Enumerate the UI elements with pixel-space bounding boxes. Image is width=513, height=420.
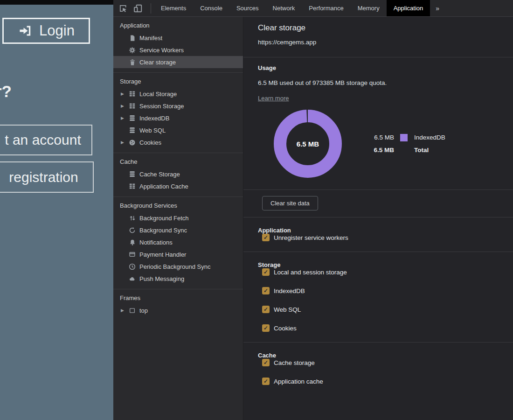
- sidebar-item-background-fetch[interactable]: Background Fetch: [113, 212, 243, 224]
- expand-triangle-icon[interactable]: ▶: [121, 140, 128, 145]
- sidebar-item-manifest[interactable]: Manifest: [113, 32, 243, 44]
- sidebar-item-payment-handler[interactable]: Payment Handler: [113, 248, 243, 260]
- tab-performance[interactable]: Performance: [302, 0, 350, 16]
- account-button-label: t an account: [5, 132, 81, 148]
- indexeddb-swatch-icon: [400, 134, 408, 141]
- legend-spacer: [400, 147, 408, 154]
- sidebar-section-frames: Frames ▶ top: [113, 289, 243, 321]
- create-account-button[interactable]: t an account: [0, 125, 92, 155]
- legend-label: IndexedDB: [414, 134, 445, 141]
- cookie-icon: [128, 139, 136, 147]
- sidebar-item-indexeddb[interactable]: ▶ IndexedDB: [113, 112, 243, 124]
- section-heading: Storage: [243, 261, 513, 268]
- tab-console[interactable]: Console: [193, 0, 229, 16]
- checkbox-row-indexeddb[interactable]: ✓ IndexedDB: [262, 287, 513, 294]
- sidebar-item-background-sync[interactable]: Background Sync: [113, 224, 243, 236]
- expand-triangle-icon[interactable]: ▶: [121, 116, 128, 120]
- tab-network[interactable]: Network: [266, 0, 302, 16]
- clock-icon: [128, 263, 136, 271]
- checkbox-row-local-and-session-storage[interactable]: ✓ Local and session storage: [262, 268, 513, 276]
- legend-row-total: 6.5 MB Total: [368, 144, 445, 156]
- frame-icon: [128, 307, 136, 315]
- sidebar-item-periodic-background-sync[interactable]: Periodic Background Sync: [113, 260, 243, 273]
- storage-options-section: Storage ✓ Local and session storage ✓ In…: [243, 252, 513, 343]
- quota-text: 6.5 MB used out of 973385 MB storage quo…: [258, 79, 513, 86]
- checked-checkbox-icon[interactable]: ✓: [262, 359, 270, 366]
- sidebar-item-cookies[interactable]: ▶ Cookies: [113, 136, 243, 148]
- sidebar-section-background-services: Background Services Background Fetch: [113, 197, 243, 289]
- sidebar-section-title: Application: [113, 19, 243, 32]
- payment-card-icon: [128, 251, 136, 259]
- checked-checkbox-icon[interactable]: ✓: [262, 287, 270, 294]
- application-sidebar: Application Manifest: [113, 17, 243, 420]
- sidebar-section-cache: Cache Cache Storage Application Cac: [113, 153, 243, 197]
- table-icon: [128, 182, 136, 190]
- legend-value: 6.5 MB: [368, 147, 394, 154]
- devtools-tabbar: Elements Console Sources Network Perform…: [113, 0, 513, 17]
- expand-triangle-icon[interactable]: ▶: [121, 104, 128, 108]
- expand-triangle-icon[interactable]: ▶: [121, 91, 128, 96]
- manifest-file-icon: [128, 34, 136, 42]
- section-heading: Application: [243, 227, 513, 234]
- checked-checkbox-icon[interactable]: ✓: [262, 234, 270, 241]
- view-header: Clear storage https://cemgems.app: [243, 17, 513, 57]
- cache-options-section: Cache ✓ Cache storage ✓ Application cach…: [243, 343, 513, 395]
- tab-memory[interactable]: Memory: [351, 0, 387, 16]
- donut-center-label: 6.5 MB: [273, 109, 343, 179]
- database-icon: [128, 114, 136, 122]
- table-icon: [128, 90, 136, 98]
- checked-checkbox-icon[interactable]: ✓: [262, 324, 270, 332]
- login-button[interactable]: Login: [2, 18, 90, 44]
- checkbox-row-application-cache[interactable]: ✓ Application cache: [262, 378, 513, 385]
- learn-more-link[interactable]: Learn more: [258, 95, 289, 102]
- sidebar-item-local-storage[interactable]: ▶ Local Storage: [113, 88, 243, 100]
- view-title: Clear storage: [258, 23, 513, 33]
- sidebar-section-title: Background Services: [113, 199, 243, 212]
- legend-row-indexeddb: 6.5 MB IndexedDB: [368, 131, 445, 144]
- sidebar-item-top-frame[interactable]: ▶ top: [113, 304, 243, 316]
- more-tabs-icon[interactable]: »: [430, 0, 445, 16]
- checked-checkbox-icon[interactable]: ✓: [262, 378, 270, 385]
- service-workers-gear-icon: [128, 46, 136, 54]
- sidebar-item-session-storage[interactable]: ▶ Session Storage: [113, 100, 243, 112]
- registration-button[interactable]: registration: [0, 161, 94, 193]
- registration-button-label: registration: [9, 169, 78, 185]
- devtools-panel: Elements Console Sources Network Perform…: [113, 0, 513, 420]
- checkbox-row-unregister-service-workers[interactable]: ✓ Unregister service workers: [262, 234, 513, 241]
- sidebar-item-clear-storage[interactable]: Clear storage: [113, 56, 243, 68]
- tab-sources[interactable]: Sources: [229, 0, 266, 16]
- page-top-strip: [0, 0, 113, 5]
- clear-site-data-button[interactable]: Clear site data: [262, 196, 318, 210]
- section-heading: Cache: [243, 352, 513, 359]
- checkbox-row-web-sql[interactable]: ✓ Web SQL: [262, 306, 513, 313]
- screen: Login r? t an account registration: [0, 0, 513, 420]
- checked-checkbox-icon[interactable]: ✓: [262, 306, 270, 313]
- sidebar-item-web-sql[interactable]: Web SQL: [113, 124, 243, 136]
- inspect-element-icon[interactable]: [118, 3, 128, 14]
- expand-triangle-icon[interactable]: ▶: [121, 308, 128, 313]
- webpage-preview: Login r? t an account registration: [0, 0, 113, 420]
- storage-donut-chart: 6.5 MB: [273, 109, 343, 179]
- device-toolbar-icon[interactable]: [133, 3, 143, 14]
- tabbar-separator: [151, 3, 151, 14]
- sidebar-section-title: Cache: [113, 155, 243, 168]
- sidebar-section-application: Application Manifest: [113, 17, 243, 73]
- usage-section: Usage 6.5 MB used out of 973385 MB stora…: [243, 57, 513, 190]
- bell-icon: [128, 238, 136, 246]
- sidebar-item-service-workers[interactable]: Service Workers: [113, 44, 243, 56]
- sidebar-item-cache-storage[interactable]: Cache Storage: [113, 168, 243, 180]
- tab-application[interactable]: Application: [387, 0, 430, 16]
- sidebar-section-storage: Storage ▶ Local Storage ▶ Session Sto: [113, 73, 243, 153]
- checked-checkbox-icon[interactable]: ✓: [262, 268, 270, 276]
- sidebar-item-notifications[interactable]: Notifications: [113, 236, 243, 248]
- sidebar-item-push-messaging[interactable]: Push Messaging: [113, 273, 243, 285]
- sync-icon: [128, 226, 136, 234]
- clear-storage-view: Clear storage https://cemgems.app Usage …: [243, 17, 513, 420]
- tab-elements[interactable]: Elements: [154, 0, 193, 16]
- database-icon: [128, 170, 136, 178]
- checkbox-row-cache-storage[interactable]: ✓ Cache storage: [262, 359, 513, 366]
- checkbox-row-cookies[interactable]: ✓ Cookies: [262, 324, 513, 332]
- login-arrow-icon: [18, 25, 32, 37]
- chart-legend: 6.5 MB IndexedDB 6.5 MB Total: [368, 131, 445, 156]
- sidebar-item-application-cache[interactable]: Application Cache: [113, 180, 243, 192]
